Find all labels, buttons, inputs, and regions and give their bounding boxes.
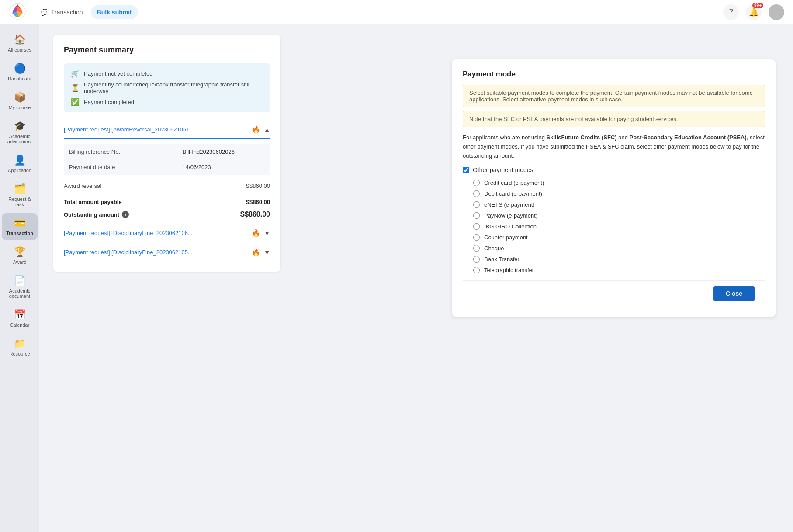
award-reversal-label: Award reversal [64, 183, 101, 189]
label-paynow: PayNow (e-payment) [484, 212, 537, 219]
transaction-icon: 💳 [14, 218, 26, 229]
legend-text-completed: Payment completed [84, 99, 134, 105]
payment-mode-title: Payment mode [463, 70, 765, 79]
sidebar-item-request-task[interactable]: 🗂️ Request & task [2, 179, 38, 211]
payment-summary-card: Payment summary 🛒 Payment not yet comple… [53, 35, 280, 272]
payment-request-2-icons: 🔥 ▼ [252, 229, 270, 237]
billing-ref-value: Bill-Ind20230602026 [177, 144, 270, 159]
fire-icon-3: 🔥 [252, 248, 260, 256]
option-credit-card[interactable]: Credit card (e-payment) [473, 180, 765, 186]
radio-credit-card[interactable] [473, 180, 480, 186]
sidebar-item-dashboard[interactable]: 🔵 Dashboard [2, 59, 38, 86]
radio-enets[interactable] [473, 201, 480, 208]
option-debit-card[interactable]: Debit card (e-payment) [473, 190, 765, 197]
outstanding-row: Outstanding amount i S$860.00 [64, 208, 270, 221]
label-bank-transfer: Bank Transfer [484, 256, 519, 263]
nav-transaction[interactable]: 💬 Transaction [35, 5, 89, 19]
alert-text-1: Select suitable payment modes to complet… [469, 90, 753, 103]
other-payment-modes-checkbox[interactable] [463, 167, 469, 173]
award-reversal-amount: S$860.00 [246, 183, 270, 189]
option-enets[interactable]: eNETS (e-payment) [473, 201, 765, 208]
payment-request-1-icons: 🔥 ▲ [252, 125, 270, 134]
due-date-value: 14/06/2023 [177, 159, 270, 175]
payment-summary-title: Payment summary [64, 45, 270, 55]
logo[interactable] [9, 3, 26, 21]
payment-request-3-icons: 🔥 ▼ [252, 248, 270, 256]
main-content: Payment summary 🛒 Payment not yet comple… [39, 24, 793, 532]
alert-text-2: Note that the SFC or PSEA payments are n… [469, 116, 678, 122]
sidebar-item-academic-document[interactable]: 📄 Academic document [2, 271, 38, 303]
sidebar-item-calendar[interactable]: 📅 Calendar [2, 305, 38, 332]
sidebar-item-resource[interactable]: 📁 Resource [2, 334, 38, 361]
nav-bulk-submit[interactable]: Bulk submit [91, 5, 138, 19]
radio-counter[interactable] [473, 234, 480, 241]
topbar-right: ? 🔔 99+ [723, 4, 784, 20]
sidebar-label-resource: Resource [9, 351, 30, 356]
option-telegraphic[interactable]: Telegraphic transfer [473, 267, 765, 273]
outstanding-label-container: Outstanding amount i [64, 211, 129, 218]
payment-request-3-label: [Payment request] [DisciplinaryFine_2023… [64, 249, 252, 256]
radio-telegraphic[interactable] [473, 267, 480, 273]
cart-icon: 🛒 [71, 69, 80, 78]
award-icon: 🏆 [14, 246, 26, 258]
sidebar-item-transaction[interactable]: 💳 Transaction [2, 213, 38, 240]
sidebar-item-academic-advisement[interactable]: 🎓 Academic advisement [2, 116, 38, 149]
label-cheque: Cheque [484, 245, 504, 252]
document-icon: 📄 [14, 275, 26, 287]
sidebar-item-all-courses[interactable]: 🏠 All courses [2, 30, 38, 57]
radio-bank-transfer[interactable] [473, 256, 480, 263]
radio-ibg-giro[interactable] [473, 223, 480, 230]
notifications-button[interactable]: 🔔 99+ [746, 4, 762, 20]
sidebar-item-application[interactable]: 👤 Application [2, 150, 38, 177]
sidebar-item-award[interactable]: 🏆 Award [2, 242, 38, 269]
dashboard-icon: 🔵 [14, 63, 26, 74]
other-payment-modes-label[interactable]: Other payment modes [473, 166, 533, 173]
option-ibg-giro[interactable]: IBG GIRO Collection [473, 223, 765, 230]
sidebar-label-request-task: Request & task [4, 197, 35, 207]
payment-request-1[interactable]: [Payment request] [AwardReversal_2023062… [64, 121, 270, 139]
radio-paynow[interactable] [473, 212, 480, 219]
chevron-up-icon-1[interactable]: ▲ [264, 126, 270, 133]
option-paynow[interactable]: PayNow (e-payment) [473, 212, 765, 219]
payment-request-2[interactable]: [Payment request] [DisciplinaryFine_2023… [64, 225, 270, 242]
check-icon: ✅ [71, 98, 80, 106]
sidebar-label-dashboard: Dashboard [8, 76, 31, 81]
radio-debit-card[interactable] [473, 190, 480, 197]
outstanding-info-icon[interactable]: i [122, 211, 129, 218]
help-button[interactable]: ? [723, 4, 739, 20]
sidebar-item-my-course[interactable]: 📦 My course [2, 87, 38, 114]
payment-request-3[interactable]: [Payment request] [DisciplinaryFine_2023… [64, 244, 270, 261]
nav-transaction-label: Transaction [51, 9, 83, 16]
fire-icon-2: 🔥 [252, 229, 260, 237]
option-bank-transfer[interactable]: Bank Transfer [473, 256, 765, 263]
sidebar-label-award: Award [13, 259, 27, 265]
due-date-label: Payment due date [64, 159, 177, 175]
legend-item-underway: ⏳ Payment by counter/cheque/bank transfe… [71, 81, 263, 94]
legend-text-not-completed: Payment not yet completed [84, 70, 153, 77]
billing-ref-row: Billing reference No. Bill-Ind2023060202… [64, 144, 270, 159]
alert-box-1: Select suitable payment modes to complet… [463, 85, 765, 107]
chevron-down-icon-3[interactable]: ▼ [264, 249, 270, 256]
mycourse-icon: 📦 [14, 92, 26, 103]
sidebar-label-all-courses: All courses [8, 47, 31, 52]
avatar[interactable] [769, 4, 784, 20]
other-payment-modes-checkbox-row[interactable]: Other payment modes [463, 166, 765, 173]
sidebar-label-my-course: My course [9, 105, 31, 110]
radio-cheque[interactable] [473, 245, 480, 252]
outstanding-label-text: Outstanding amount [64, 211, 119, 218]
total-amount-label: Total amount payable [64, 199, 122, 205]
label-enets: eNETS (e-payment) [484, 201, 535, 208]
payment-mode-panel: Payment mode Select suitable payment mod… [452, 59, 776, 317]
close-button[interactable]: Close [713, 286, 755, 301]
fire-icon-1: 🔥 [252, 125, 260, 134]
option-cheque[interactable]: Cheque [473, 245, 765, 252]
sidebar-label-academic-document: Academic document [4, 288, 35, 299]
calendar-icon: 📅 [14, 309, 26, 321]
topbar-nav: 💬 Transaction Bulk submit [35, 5, 714, 19]
option-counter[interactable]: Counter payment [473, 234, 765, 241]
chevron-down-icon-2[interactable]: ▼ [264, 230, 270, 237]
sidebar-label-application: Application [8, 168, 31, 173]
label-counter: Counter payment [484, 234, 528, 241]
due-date-row: Payment due date 14/06/2023 [64, 159, 270, 175]
chat-icon: 💬 [41, 9, 48, 16]
